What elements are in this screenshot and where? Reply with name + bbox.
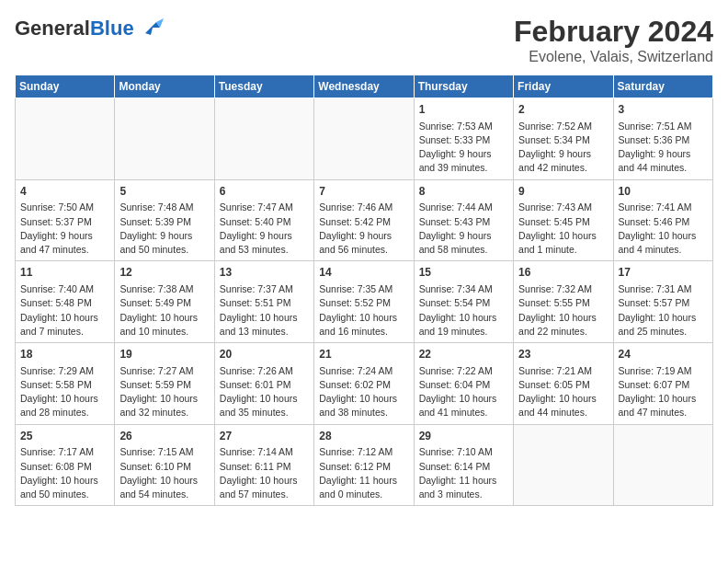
calendar-cell: 1Sunrise: 7:53 AM Sunset: 5:33 PM Daylig… <box>414 98 513 180</box>
day-number: 4 <box>20 184 109 200</box>
day-info: Sunrise: 7:15 AM Sunset: 6:10 PM Dayligh… <box>119 445 209 501</box>
page-header: GeneralBlue February 2024 Evolene, Valai… <box>15 15 713 65</box>
calendar-cell: 4Sunrise: 7:50 AM Sunset: 5:37 PM Daylig… <box>16 179 115 261</box>
calendar-cell: 28Sunrise: 7:12 AM Sunset: 6:12 PM Dayli… <box>314 424 414 506</box>
calendar-cell: 23Sunrise: 7:21 AM Sunset: 6:05 PM Dayli… <box>514 343 613 425</box>
day-number: 2 <box>518 102 608 118</box>
calendar-cell: 15Sunrise: 7:34 AM Sunset: 5:54 PM Dayli… <box>414 261 513 343</box>
day-number: 22 <box>419 347 508 362</box>
day-number: 26 <box>119 429 209 444</box>
day-info: Sunrise: 7:29 AM Sunset: 5:58 PM Dayligh… <box>20 364 109 420</box>
day-number: 14 <box>319 265 408 281</box>
day-info: Sunrise: 7:40 AM Sunset: 5:48 PM Dayligh… <box>20 282 109 339</box>
day-info: Sunrise: 7:10 AM Sunset: 6:14 PM Dayligh… <box>419 445 508 501</box>
calendar-cell: 12Sunrise: 7:38 AM Sunset: 5:49 PM Dayli… <box>115 261 214 343</box>
day-number: 15 <box>419 265 508 281</box>
day-number: 5 <box>119 184 209 200</box>
calendar-cell: 8Sunrise: 7:44 AM Sunset: 5:43 PM Daylig… <box>414 179 513 261</box>
day-info: Sunrise: 7:14 AM Sunset: 6:11 PM Dayligh… <box>220 445 309 501</box>
calendar-week-row: 11Sunrise: 7:40 AM Sunset: 5:48 PM Dayli… <box>16 261 713 343</box>
calendar-header-row: SundayMondayTuesdayWednesdayThursdayFrid… <box>16 75 713 98</box>
day-number: 1 <box>419 102 508 118</box>
day-info: Sunrise: 7:17 AM Sunset: 6:08 PM Dayligh… <box>20 445 109 501</box>
calendar-location: Evolene, Valais, Switzerland <box>514 49 713 65</box>
day-number: 12 <box>119 265 209 281</box>
calendar-cell: 18Sunrise: 7:29 AM Sunset: 5:58 PM Dayli… <box>16 343 115 425</box>
calendar-cell: 5Sunrise: 7:48 AM Sunset: 5:39 PM Daylig… <box>115 179 214 261</box>
weekday-header-sunday: Sunday <box>16 75 115 98</box>
day-info: Sunrise: 7:44 AM Sunset: 5:43 PM Dayligh… <box>419 201 508 257</box>
calendar-week-row: 18Sunrise: 7:29 AM Sunset: 5:58 PM Dayli… <box>16 343 713 425</box>
day-info: Sunrise: 7:37 AM Sunset: 5:51 PM Dayligh… <box>220 282 309 339</box>
logo: GeneralBlue <box>15 15 164 42</box>
calendar-cell <box>115 98 214 180</box>
day-info: Sunrise: 7:53 AM Sunset: 5:33 PM Dayligh… <box>419 120 508 176</box>
calendar-cell: 21Sunrise: 7:24 AM Sunset: 6:02 PM Dayli… <box>314 343 414 425</box>
day-info: Sunrise: 7:35 AM Sunset: 5:52 PM Dayligh… <box>319 282 408 339</box>
day-info: Sunrise: 7:46 AM Sunset: 5:42 PM Dayligh… <box>319 201 408 257</box>
calendar-week-row: 1Sunrise: 7:53 AM Sunset: 5:33 PM Daylig… <box>16 98 713 180</box>
calendar-cell: 17Sunrise: 7:31 AM Sunset: 5:57 PM Dayli… <box>613 261 712 343</box>
day-number: 19 <box>119 347 209 362</box>
day-info: Sunrise: 7:43 AM Sunset: 5:45 PM Dayligh… <box>518 201 608 257</box>
day-number: 6 <box>220 184 309 200</box>
calendar-cell: 13Sunrise: 7:37 AM Sunset: 5:51 PM Dayli… <box>214 261 313 343</box>
day-info: Sunrise: 7:38 AM Sunset: 5:49 PM Dayligh… <box>119 282 209 339</box>
day-number: 11 <box>20 265 109 281</box>
calendar-cell: 9Sunrise: 7:43 AM Sunset: 5:45 PM Daylig… <box>514 179 613 261</box>
weekday-header-thursday: Thursday <box>414 75 513 98</box>
calendar-week-row: 25Sunrise: 7:17 AM Sunset: 6:08 PM Dayli… <box>16 424 713 506</box>
day-info: Sunrise: 7:24 AM Sunset: 6:02 PM Dayligh… <box>319 364 408 420</box>
day-info: Sunrise: 7:52 AM Sunset: 5:34 PM Dayligh… <box>518 120 608 176</box>
calendar-title-block: February 2024 Evolene, Valais, Switzerla… <box>514 15 713 65</box>
calendar-cell: 29Sunrise: 7:10 AM Sunset: 6:14 PM Dayli… <box>414 424 513 506</box>
calendar-cell: 16Sunrise: 7:32 AM Sunset: 5:55 PM Dayli… <box>514 261 613 343</box>
day-number: 25 <box>20 429 109 444</box>
day-number: 10 <box>619 184 708 200</box>
day-info: Sunrise: 7:19 AM Sunset: 6:07 PM Dayligh… <box>619 364 708 420</box>
day-number: 24 <box>619 347 708 362</box>
day-number: 20 <box>220 347 309 362</box>
day-info: Sunrise: 7:31 AM Sunset: 5:57 PM Dayligh… <box>619 282 708 339</box>
day-number: 13 <box>220 265 309 281</box>
calendar-week-row: 4Sunrise: 7:50 AM Sunset: 5:37 PM Daylig… <box>16 179 713 261</box>
calendar-cell: 19Sunrise: 7:27 AM Sunset: 5:59 PM Dayli… <box>115 343 214 425</box>
calendar-cell: 26Sunrise: 7:15 AM Sunset: 6:10 PM Dayli… <box>115 424 214 506</box>
logo-bird-icon <box>136 15 164 42</box>
day-number: 29 <box>419 429 508 444</box>
calendar-cell <box>314 98 414 180</box>
day-info: Sunrise: 7:12 AM Sunset: 6:12 PM Dayligh… <box>319 445 408 501</box>
day-number: 8 <box>419 184 508 200</box>
calendar-cell: 14Sunrise: 7:35 AM Sunset: 5:52 PM Dayli… <box>314 261 414 343</box>
calendar-table: SundayMondayTuesdayWednesdayThursdayFrid… <box>15 75 713 506</box>
calendar-cell: 7Sunrise: 7:46 AM Sunset: 5:42 PM Daylig… <box>314 179 414 261</box>
day-number: 7 <box>319 184 408 200</box>
calendar-cell: 24Sunrise: 7:19 AM Sunset: 6:07 PM Dayli… <box>613 343 712 425</box>
calendar-cell: 2Sunrise: 7:52 AM Sunset: 5:34 PM Daylig… <box>514 98 613 180</box>
day-info: Sunrise: 7:27 AM Sunset: 5:59 PM Dayligh… <box>119 364 209 420</box>
calendar-cell <box>514 424 613 506</box>
weekday-header-wednesday: Wednesday <box>314 75 414 98</box>
day-number: 17 <box>619 265 708 281</box>
calendar-cell: 27Sunrise: 7:14 AM Sunset: 6:11 PM Dayli… <box>214 424 313 506</box>
calendar-cell: 20Sunrise: 7:26 AM Sunset: 6:01 PM Dayli… <box>214 343 313 425</box>
day-number: 21 <box>319 347 408 362</box>
weekday-header-friday: Friday <box>514 75 613 98</box>
calendar-cell <box>214 98 313 180</box>
calendar-cell <box>16 98 115 180</box>
day-info: Sunrise: 7:47 AM Sunset: 5:40 PM Dayligh… <box>220 201 309 257</box>
day-number: 9 <box>518 184 608 200</box>
day-number: 28 <box>319 429 408 444</box>
day-info: Sunrise: 7:48 AM Sunset: 5:39 PM Dayligh… <box>119 201 209 257</box>
day-info: Sunrise: 7:21 AM Sunset: 6:05 PM Dayligh… <box>518 364 608 420</box>
calendar-cell: 25Sunrise: 7:17 AM Sunset: 6:08 PM Dayli… <box>16 424 115 506</box>
calendar-cell: 22Sunrise: 7:22 AM Sunset: 6:04 PM Dayli… <box>414 343 513 425</box>
calendar-cell: 11Sunrise: 7:40 AM Sunset: 5:48 PM Dayli… <box>16 261 115 343</box>
day-info: Sunrise: 7:26 AM Sunset: 6:01 PM Dayligh… <box>220 364 309 420</box>
calendar-cell: 3Sunrise: 7:51 AM Sunset: 5:36 PM Daylig… <box>613 98 712 180</box>
day-number: 23 <box>518 347 608 362</box>
day-info: Sunrise: 7:51 AM Sunset: 5:36 PM Dayligh… <box>619 120 708 176</box>
day-info: Sunrise: 7:22 AM Sunset: 6:04 PM Dayligh… <box>419 364 508 420</box>
day-number: 16 <box>518 265 608 281</box>
day-number: 18 <box>20 347 109 362</box>
